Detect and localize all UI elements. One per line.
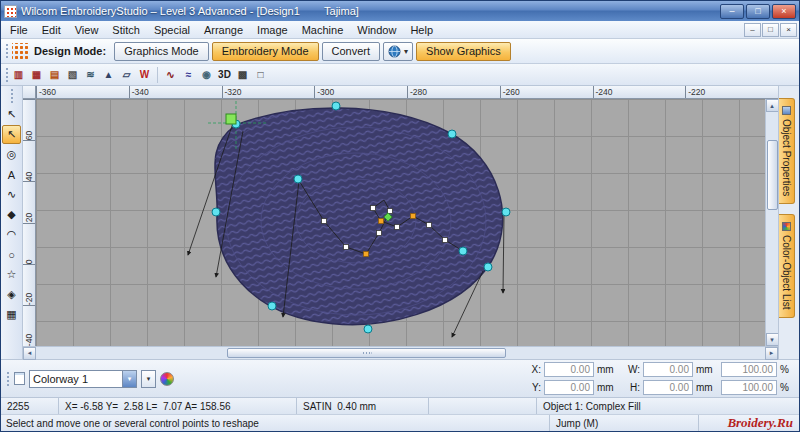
scroll-right-icon[interactable]: ▸ (765, 347, 778, 360)
color-object-list-icon (782, 222, 791, 231)
select-tool[interactable]: ↖ (2, 105, 21, 124)
vertical-scroll-thumb[interactable] (767, 140, 778, 210)
freehand-tool[interactable]: ∿ (2, 185, 21, 204)
chevron-down-icon[interactable]: ▾ (122, 371, 136, 387)
toolbar-grip[interactable] (6, 371, 10, 387)
input-a-icon[interactable]: ▲ (100, 66, 117, 83)
toolbar-grip[interactable] (5, 43, 9, 59)
scroll-up-icon[interactable]: ▴ (766, 99, 779, 112)
show-stitches-icon[interactable]: ▩ (234, 66, 251, 83)
y-label: Y: (525, 382, 541, 393)
x-input[interactable]: 0.00 (544, 362, 594, 377)
menu-item[interactable]: Window (350, 22, 403, 38)
toolbar-separator (157, 67, 158, 83)
chevron-down-icon: ▾ (404, 47, 408, 56)
application-window: Wilcom EmbroideryStudio – Level 3 Advanc… (0, 0, 800, 432)
menu-item[interactable]: Arrange (197, 22, 250, 38)
close-button[interactable]: × (772, 4, 796, 19)
scroll-down-icon[interactable]: ▾ (766, 333, 779, 346)
mdi-window-controls: – □ × (744, 23, 797, 37)
tab-color-object-list[interactable]: Color-Object List (779, 214, 795, 317)
toolbar-grip[interactable] (10, 88, 14, 104)
embroidery-mode-button[interactable]: Embroidery Mode (212, 42, 319, 61)
motif-fill-icon[interactable]: ▧ (64, 66, 81, 83)
convert-button[interactable]: Convert (322, 42, 381, 61)
ruler-corner (23, 86, 36, 98)
x-label: X: (525, 364, 541, 375)
tatami-fill-icon[interactable]: ▦ (28, 66, 45, 83)
menu-item[interactable]: Image (250, 22, 295, 38)
scale-x-input[interactable]: 100.00 (721, 362, 777, 377)
show-graphics-button[interactable]: Show Graphics (416, 42, 511, 61)
design-mode-toolbar: Design Mode: Graphics Mode Embroidery Mo… (1, 39, 799, 64)
colorway-menu-button[interactable]: ▾ (141, 370, 156, 388)
mdi-restore-button[interactable]: □ (762, 23, 779, 37)
triple-run-icon[interactable]: ≈ (180, 66, 197, 83)
menu-item[interactable]: Special (147, 22, 197, 38)
ellipse-tool[interactable]: ○ (2, 245, 21, 264)
embroidery-object[interactable] (215, 108, 503, 325)
machine-format-button[interactable]: ▾ (383, 42, 413, 61)
parallel-fill-icon[interactable]: ▥ (10, 66, 27, 83)
scale-y-input[interactable]: 100.00 (721, 380, 777, 395)
zoom-1to1-icon[interactable]: □ (252, 66, 269, 83)
3d-effect-icon[interactable]: 3D (216, 66, 233, 83)
h-input[interactable]: 0.00 (643, 380, 693, 395)
status-bar: 2255 X= -6.58 Y= 2.58 L= 7.07 A= 158.56 … (1, 397, 799, 414)
menu-item[interactable]: Stitch (105, 22, 147, 38)
sequin-icon[interactable]: ◉ (198, 66, 215, 83)
digitize-closed-tool[interactable]: ◆ (2, 205, 21, 224)
menu-item[interactable]: File (3, 22, 35, 38)
ruler-tick-label: 20 (23, 181, 35, 222)
window-title: Wilcom EmbroideryStudio – Level 3 Advanc… (21, 5, 716, 17)
toolbar-grip[interactable] (5, 67, 9, 83)
colorway-select[interactable]: Colorway 1 ▾ (29, 370, 137, 388)
h-unit: mm (696, 382, 718, 393)
contour-fill-icon[interactable]: ≋ (82, 66, 99, 83)
horizontal-scrollbar[interactable]: ◂ ▸ (23, 346, 778, 359)
object-info: Object 1: Complex Fill (537, 398, 799, 414)
zoom-tool[interactable]: ◎ (2, 145, 21, 164)
satin-fill-icon[interactable]: ▤ (46, 66, 63, 83)
mirror-merge-tool[interactable]: ◈ (2, 285, 21, 304)
y-input[interactable]: 0.00 (544, 380, 594, 395)
tab-object-properties[interactable]: Object Properties (779, 98, 795, 204)
minimize-button[interactable]: – (720, 4, 744, 19)
menu-item[interactable]: Edit (35, 22, 68, 38)
design-doc-icon (14, 372, 25, 385)
grid-tool[interactable]: ▦ (2, 305, 21, 324)
ruler-tick-label: -20 (23, 264, 35, 305)
h-label: H: (622, 382, 640, 393)
horizontal-scroll-thumb[interactable] (227, 348, 506, 358)
mdi-minimize-button[interactable]: – (744, 23, 761, 37)
maximize-button[interactable]: □ (746, 4, 770, 19)
ruler-tick-label: 40 (23, 140, 35, 181)
lettering-tool[interactable]: A (2, 165, 21, 184)
star-tool[interactable]: ☆ (2, 265, 21, 284)
input-c-icon[interactable]: ▱ (118, 66, 135, 83)
active-anchor-handle[interactable] (226, 114, 236, 124)
docked-panel-tabs: Object Properties Color-Object List (778, 86, 799, 359)
design-mode-label: Design Mode: (34, 45, 106, 57)
menu-item[interactable]: View (68, 22, 106, 38)
lettering-icon[interactable]: W (136, 66, 153, 83)
design-canvas[interactable] (36, 99, 765, 346)
scroll-left-icon[interactable]: ◂ (23, 347, 36, 360)
run-stitch-icon[interactable]: ∿ (162, 66, 179, 83)
vertical-scrollbar[interactable]: ▴ ▾ (765, 99, 778, 346)
ruler-tick-label: -320 (222, 86, 315, 98)
reshape-tool[interactable]: ↖ (2, 125, 21, 144)
menu-item[interactable]: Machine (295, 22, 351, 38)
horizontal-ruler: -360-340-320-300-280-260-240-220 (23, 86, 778, 99)
menu-item[interactable]: Help (403, 22, 440, 38)
mdi-close-button[interactable]: × (780, 23, 797, 37)
digitize-open-tool[interactable]: ◠ (2, 225, 21, 244)
ruler-tick-label: -280 (407, 86, 500, 98)
graphics-mode-button[interactable]: Graphics Mode (114, 42, 209, 61)
status-spacer (429, 398, 537, 414)
palette-icon[interactable] (160, 372, 174, 386)
embroidery-design (36, 99, 765, 346)
scale-y-percent: % (780, 382, 792, 393)
w-input[interactable]: 0.00 (643, 362, 693, 377)
title-bar[interactable]: Wilcom EmbroideryStudio – Level 3 Advanc… (1, 1, 799, 21)
